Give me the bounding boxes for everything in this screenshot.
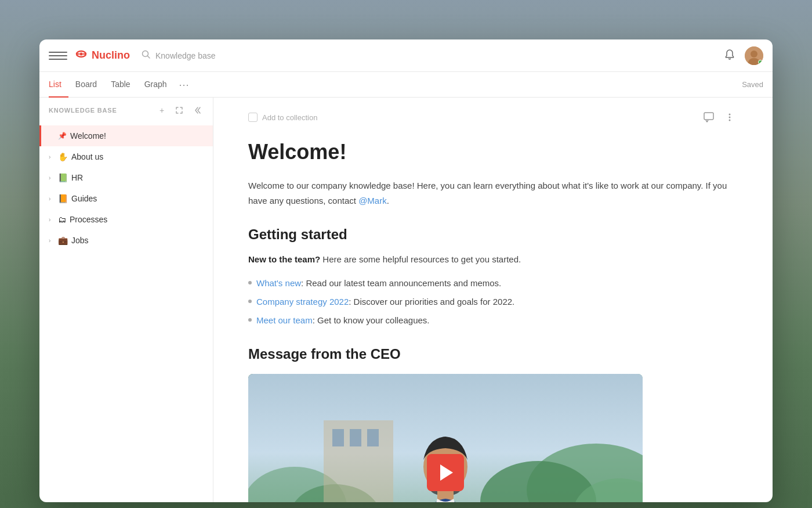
bullet-dot [248,300,252,303]
search-placeholder: Knowledge base [155,51,216,60]
svg-point-7 [751,51,757,57]
chevron-icon: › [49,154,58,160]
page-intro: Welcome to our company knowledge base! H… [248,178,738,208]
sidebar: KNOWLEDGE BASE + [39,98,213,502]
list-item: What's new: Read our latest team announc… [248,276,738,290]
chevron-icon: › [49,217,58,223]
sidebar-item-jobs[interactable]: › 💼 Jobs [39,230,213,251]
logo[interactable]: Nuclino [74,47,130,64]
bullet-item-text: Meet our team: Get to know your colleagu… [256,314,430,327]
contact-link[interactable]: @Mark [358,196,387,206]
nuclino-logo-icon [74,47,88,64]
meet-team-link[interactable]: Meet our team [256,315,313,325]
comments-button[interactable] [701,109,717,125]
notifications-button[interactable] [724,49,738,63]
content-top-bar: Add to collection [248,109,738,125]
play-icon [440,464,453,481]
video-play-overlay [248,374,643,502]
new-to-team-bold: New to the team? [248,254,320,264]
tab-list[interactable]: List [49,72,68,98]
svg-point-10 [729,114,731,116]
sidebar-item-welcome[interactable]: 📌 Welcome! [39,125,213,146]
bullet-item-text: Company strategy 2022: Discover our prio… [256,295,514,309]
chevron-icon: › [49,175,58,181]
sidebar-item-emoji: 📗 [58,173,68,182]
bullet-item-text: What's new: Read our latest team announc… [256,276,501,290]
menu-button[interactable] [49,46,67,65]
whats-new-link[interactable]: What's new [256,278,301,288]
svg-line-5 [148,56,150,59]
company-strategy-link[interactable]: Company strategy 2022 [256,297,349,307]
sidebar-item-emoji: 🗂 [58,215,66,224]
header-right [724,46,763,65]
bullet-dot [248,318,252,322]
bullet-list: What's new: Read our latest team announc… [248,276,738,327]
list-item: Meet our team: Get to know your colleagu… [248,314,738,327]
bullet-item-desc: : Discover our priorities and goals for … [349,297,514,307]
sidebar-items-list: 📌 Welcome! › ✋ About us › 📗 HR [39,123,213,502]
sidebar-item-label: About us [71,152,194,161]
chevron-icon: › [49,237,58,244]
sidebar-add-button[interactable]: + [155,103,169,117]
sidebar-item-label: HR [71,173,194,182]
list-item: Company strategy 2022: Discover our prio… [248,295,738,309]
tabs-more-button[interactable]: ⋯ [179,80,189,90]
sidebar-item-hr[interactable]: › 📗 HR [39,167,213,188]
play-button[interactable] [427,454,464,491]
getting-started-title: Getting started [248,226,738,243]
sidebar-item-label: Processes [70,215,194,224]
svg-point-1 [80,53,83,56]
content-top-actions [701,109,738,125]
sidebar-item-processes[interactable]: › 🗂 Processes [39,209,213,230]
tabs-saved-status: Saved [742,80,763,89]
search-bar[interactable]: Knowledge base [142,50,724,61]
header: Nuclino Knowledge base [39,39,773,72]
tab-graph[interactable]: Graph [137,72,174,98]
intro-text: Welcome to our company knowledge base! H… [248,181,727,206]
new-to-team-text: New to the team? Here are some helpful r… [248,252,738,267]
intro-period: . [387,196,389,206]
svg-point-11 [729,117,731,118]
collection-checkbox[interactable] [248,113,258,122]
sidebar-header: KNOWLEDGE BASE + [39,98,213,123]
tab-board[interactable]: Board [68,72,104,98]
bullet-item-desc: : Read our latest team announcements and… [301,278,501,288]
sidebar-item-emoji: ✋ [58,152,68,161]
svg-point-12 [729,120,731,121]
tabs-bar: List Board Table Graph ⋯ Saved [39,72,773,98]
sidebar-item-guides[interactable]: › 📙 Guides [39,188,213,209]
avatar[interactable] [745,46,763,65]
ceo-video[interactable] [248,374,643,502]
sidebar-expand-button[interactable] [172,103,186,117]
sidebar-item-emoji: 💼 [58,236,68,245]
sidebar-actions: + [155,103,204,117]
avatar-online-indicator [758,60,763,64]
pin-icon: 📌 [58,132,67,140]
sidebar-item-about-us[interactable]: › ✋ About us [39,146,213,167]
sidebar-item-label: Jobs [71,236,194,245]
more-options-button[interactable] [722,109,738,125]
svg-rect-9 [704,113,713,120]
sidebar-item-label: Welcome! [70,131,194,140]
page-title: Welcome! [248,139,738,164]
app-window: Nuclino Knowledge base [39,39,773,502]
sidebar-item-label: Guides [71,194,194,203]
add-to-collection-button[interactable]: Add to collection [248,113,317,122]
sidebar-title: KNOWLEDGE BASE [49,107,155,114]
tab-table[interactable]: Table [104,72,137,98]
main-layout: KNOWLEDGE BASE + [39,98,773,502]
add-to-collection-label: Add to collection [262,113,317,122]
logo-text: Nuclino [92,49,130,62]
chevron-icon: › [49,196,58,202]
sidebar-item-emoji: 📙 [58,194,68,203]
sidebar-collapse-button[interactable] [190,103,204,117]
ceo-message-title: Message from the CEO [248,346,738,362]
bullet-dot [248,281,252,284]
content-area: Add to collection [213,98,773,502]
search-icon [142,50,151,61]
bullet-item-desc: : Get to know your colleagues. [313,315,430,325]
new-to-team-body: Here are some helpful resources to get y… [320,254,521,264]
